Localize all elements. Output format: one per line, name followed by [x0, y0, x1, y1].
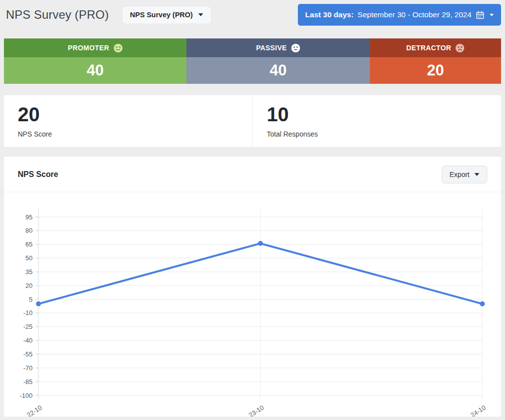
passive-segment-header: PASSIVE	[186, 38, 370, 57]
top-bar: NPS Survey (PRO) NPS Survey (PRO) Last 3…	[6, 4, 501, 26]
survey-selector-dropdown[interactable]: NPS Survey (PRO)	[122, 6, 212, 24]
total-responses-label: Total Responses	[267, 130, 487, 138]
calendar-icon	[475, 10, 485, 20]
smiling-face-icon	[113, 43, 123, 53]
page-title: NPS Survey (PRO)	[6, 8, 109, 22]
promoter-segment-label: PROMOTER	[68, 44, 109, 52]
export-button[interactable]: Export	[442, 166, 487, 183]
promoter-segment: PROMOTER 40	[4, 38, 186, 84]
x-tick-label: 22-10	[26, 404, 43, 417]
y-tick-label: -25	[23, 323, 33, 330]
y-tick-label: 35	[26, 268, 33, 276]
y-tick-label: 65	[26, 241, 33, 248]
date-range-value: September 30 - October 29, 2024	[358, 10, 471, 19]
y-tick-label: -100	[20, 392, 33, 399]
y-tick-label: 80	[26, 227, 33, 234]
y-tick-label: -40	[23, 337, 33, 344]
y-tick-label: -85	[23, 378, 33, 385]
date-range-prefix: Last 30 days:	[305, 10, 354, 19]
passive-segment: PASSIVE 40	[186, 38, 370, 84]
caret-down-icon	[474, 173, 479, 176]
stats-card: 20 NPS Score 10 Total Responses	[4, 95, 501, 147]
nps-chart-card: NPS Score Export 9580655035205-10-25-40-…	[4, 157, 501, 417]
total-responses-stat: 10 Total Responses	[252, 95, 501, 147]
export-button-label: Export	[450, 171, 469, 178]
y-tick-label: -70	[23, 364, 33, 372]
nps-line-chart: 9580655035205-10-25-40-55-70-85-10022-10…	[4, 192, 501, 417]
detractor-segment-header: DETRACTOR	[370, 38, 501, 57]
chart-card-header: NPS Score Export	[4, 157, 501, 192]
promoter-segment-value: 40	[4, 57, 186, 84]
y-tick-label: 95	[26, 213, 33, 221]
chart-body: 9580655035205-10-25-40-55-70-85-10022-10…	[4, 192, 501, 417]
nps-segments-bar: PROMOTER 40 PASSIVE 40 DETRACTOR	[4, 38, 501, 84]
chevron-down-icon	[198, 13, 203, 16]
nps-score-label: NPS Score	[18, 130, 239, 138]
y-tick-label: 5	[29, 296, 33, 303]
data-point[interactable]	[36, 301, 41, 306]
neutral-face-icon	[291, 43, 300, 53]
total-responses-value: 10	[267, 103, 487, 126]
caret-down-icon	[490, 14, 494, 16]
y-tick-label: 50	[26, 254, 33, 262]
y-tick-label: -55	[23, 350, 33, 358]
data-point[interactable]	[258, 241, 263, 246]
data-point[interactable]	[480, 301, 485, 306]
detractor-segment: DETRACTOR 20	[370, 38, 501, 84]
y-tick-label: -10	[23, 309, 33, 316]
chart-title: NPS Score	[18, 170, 58, 179]
detractor-segment-label: DETRACTOR	[406, 44, 451, 52]
x-tick-label: 24-10	[469, 404, 487, 417]
date-range-button[interactable]: Last 30 days: September 30 - October 29,…	[298, 4, 501, 26]
passive-segment-value: 40	[186, 57, 370, 84]
x-tick-label: 23-10	[248, 404, 265, 417]
nps-score-stat: 20 NPS Score	[4, 95, 252, 147]
frowning-face-icon	[455, 43, 465, 53]
nps-score-value: 20	[18, 103, 239, 126]
survey-selector-value: NPS Survey (PRO)	[130, 11, 193, 19]
passive-segment-label: PASSIVE	[256, 44, 287, 52]
detractor-segment-value: 20	[370, 57, 501, 84]
y-tick-label: 20	[26, 282, 33, 289]
promoter-segment-header: PROMOTER	[4, 38, 186, 57]
